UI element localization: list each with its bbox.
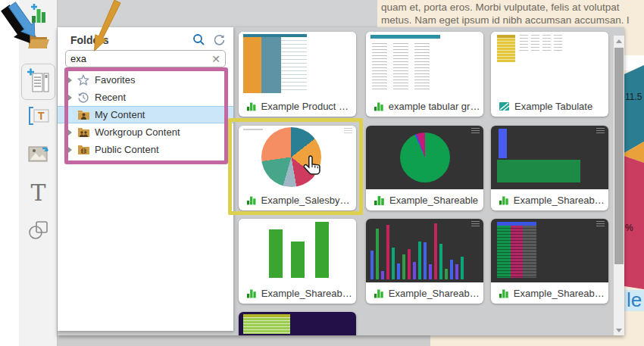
- file-card-example-shareable-3[interactable]: Example_Shareable_3: [239, 219, 356, 304]
- file-card-example-product-sales[interactable]: Example Product Sales: [239, 32, 356, 117]
- bar-chart-icon: [246, 101, 256, 112]
- image-icon[interactable]: [19, 142, 58, 164]
- shape-icon[interactable]: [19, 220, 58, 241]
- file-card-example-shareable-4[interactable]: Example_Shareable_4: [366, 219, 483, 304]
- expand-caret-icon[interactable]: [68, 95, 72, 101]
- legend-icon: [596, 221, 605, 228]
- public-folder-icon: [77, 144, 90, 155]
- pie-value-label: 11.5: [625, 92, 642, 102]
- tree-item-label: Public Content: [95, 144, 159, 155]
- tree-item-label: Favorites: [95, 74, 135, 86]
- background-text-line: metus. Nam eget ipsum id nibh accumsan a…: [381, 14, 644, 26]
- text-icon[interactable]: T: [19, 182, 58, 204]
- background-selected-text: le: [624, 290, 644, 311]
- folder-tree: Favorites Recent: [58, 71, 233, 158]
- background-text-line: quam et, porta eros. Morbi vulputate, fe…: [381, 1, 644, 14]
- thumbnail: [366, 126, 483, 189]
- add-report-icon[interactable]: [19, 68, 58, 95]
- left-toolbar: T T: [19, 0, 58, 346]
- file-card-label: Example_Shareable_2: [514, 195, 608, 206]
- file-card-label: Example_Shareable_3: [261, 288, 356, 299]
- thumbnail: [491, 32, 608, 95]
- tree-item-favorites[interactable]: Favorites: [58, 71, 233, 89]
- thumbnail: [491, 219, 608, 282]
- panel-title: Folders: [70, 34, 109, 46]
- file-card-example-shareable-2[interactable]: Example_Shareable_2: [491, 126, 608, 210]
- bar-chart-icon: [374, 101, 384, 112]
- file-card-label: example tabular grid ...: [389, 101, 483, 112]
- background-bottom-bar: [58, 335, 430, 346]
- open-folder-icon[interactable]: [19, 32, 58, 51]
- search-icon[interactable]: [192, 33, 205, 49]
- thumbnail: [366, 219, 483, 282]
- text-box-icon[interactable]: T: [19, 106, 58, 126]
- my-content-folder-icon: [77, 109, 90, 120]
- legend-icon: [344, 128, 352, 135]
- thumbnail: [239, 126, 356, 189]
- scroll-up-icon[interactable]: [614, 36, 624, 46]
- background-canvas: [58, 0, 379, 30]
- add-chart-icon[interactable]: [19, 4, 58, 25]
- tree-item-label: Workgroup Content: [95, 126, 180, 138]
- vertical-scrollbar[interactable]: [614, 36, 624, 335]
- file-card-label: Example_Shareable: [389, 195, 481, 206]
- workgroup-folder-icon: [77, 126, 90, 138]
- file-card-label: Example Product Sales: [261, 101, 356, 112]
- file-card-label: Example_SalesbyPro...: [261, 195, 356, 206]
- bar-chart-icon: [374, 195, 385, 206]
- refresh-icon[interactable]: [213, 33, 226, 49]
- history-icon: [77, 92, 90, 103]
- scroll-down-icon[interactable]: [614, 325, 624, 335]
- pie-percent-label: %: [625, 223, 633, 233]
- svg-text:T: T: [38, 110, 45, 122]
- legend-icon: [471, 128, 480, 135]
- background-document-text: quam et, porta eros. Morbi vulputate, fe…: [377, 0, 644, 30]
- open-dialog: Folders ✕: [58, 27, 624, 335]
- pie-thumbnail: [261, 127, 321, 187]
- tree-item-label: My Content: [95, 109, 145, 120]
- thumbnail: [239, 219, 356, 282]
- bar-chart-icon: [499, 195, 509, 206]
- file-card-example-tabulate[interactable]: Example Tabulate: [491, 32, 608, 117]
- pie-slice-teal: [624, 65, 644, 153]
- file-card-example-shareable-5[interactable]: Example_Shareable_5: [491, 219, 608, 304]
- folders-panel: Folders ✕: [58, 27, 233, 331]
- thumbnail: [491, 126, 608, 189]
- bar-chart-icon: [374, 288, 384, 299]
- folder-search-box[interactable]: ✕: [65, 50, 226, 67]
- bar-chart-icon: [246, 195, 256, 206]
- screen: quam et, porta eros. Morbi vulputate, fe…: [0, 0, 644, 346]
- file-card-label: Example_Shareable_4: [389, 288, 483, 299]
- tree-item-label: Recent: [95, 92, 126, 103]
- thumbnail: [366, 32, 483, 95]
- expand-caret-icon[interactable]: [68, 77, 72, 83]
- clear-search-icon[interactable]: ✕: [211, 54, 220, 64]
- bar-chart-icon: [499, 288, 509, 299]
- file-card-partial[interactable]: [239, 312, 356, 335]
- thumbnail: [239, 32, 356, 95]
- search-input[interactable]: [70, 53, 211, 64]
- tabulate-icon: [499, 101, 510, 112]
- star-icon: [77, 74, 90, 86]
- file-card-example-salesbypro[interactable]: Example_SalesbyPro...: [239, 126, 356, 210]
- legend-icon: [596, 128, 605, 135]
- scrollbar-thumb[interactable]: [614, 48, 624, 264]
- tree-item-recent[interactable]: Recent: [58, 89, 233, 106]
- expand-caret-icon[interactable]: [68, 147, 72, 153]
- tree-item-workgroup-content[interactable]: Workgroup Content: [58, 123, 233, 141]
- tree-item-my-content[interactable]: My Content: [58, 106, 233, 123]
- background-pie-chart: 11.5 % le: [624, 27, 644, 346]
- file-card-example-tabular-grid[interactable]: example tabular grid ...: [366, 32, 483, 117]
- file-card-label: Example Tabulate: [514, 101, 596, 112]
- file-card-label: Example_Shareable_5: [514, 288, 608, 299]
- tree-item-public-content[interactable]: Public Content: [58, 141, 233, 158]
- expand-caret-icon[interactable]: [68, 129, 72, 136]
- bar-chart-icon: [246, 288, 257, 299]
- file-card-example-shareable[interactable]: Example_Shareable: [366, 126, 483, 210]
- thumbnail: [239, 312, 356, 335]
